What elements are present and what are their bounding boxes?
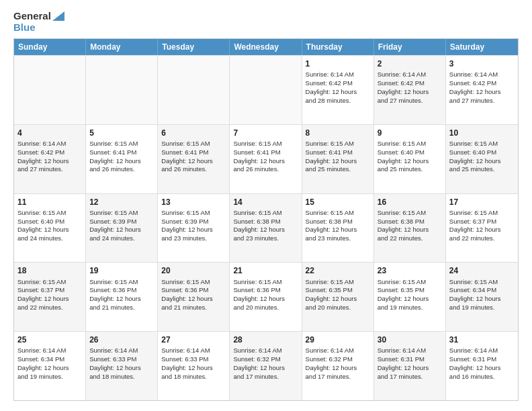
day-info: Sunrise: 6:15 AM Sunset: 6:40 PM Dayligh… xyxy=(17,209,69,242)
cal-cell-17: 17Sunrise: 6:15 AM Sunset: 6:37 PM Dayli… xyxy=(446,194,518,263)
day-of-week-wednesday: Wednesday xyxy=(230,39,302,55)
day-number: 7 xyxy=(233,128,298,138)
day-number: 29 xyxy=(306,334,370,345)
logo: General Blue xyxy=(13,11,64,33)
day-info: Sunrise: 6:15 AM Sunset: 6:40 PM Dayligh… xyxy=(449,140,501,173)
cal-cell-29: 29Sunrise: 6:14 AM Sunset: 6:32 PM Dayli… xyxy=(302,332,374,400)
day-info: Sunrise: 6:15 AM Sunset: 6:41 PM Dayligh… xyxy=(233,140,285,173)
day-number: 18 xyxy=(17,265,82,276)
day-number: 2 xyxy=(378,58,442,69)
cal-cell-10: 10Sunrise: 6:15 AM Sunset: 6:40 PM Dayli… xyxy=(446,125,518,193)
week-row-3: 18Sunrise: 6:15 AM Sunset: 6:37 PM Dayli… xyxy=(14,262,518,331)
day-info: Sunrise: 6:15 AM Sunset: 6:39 PM Dayligh… xyxy=(161,209,213,242)
day-info: Sunrise: 6:15 AM Sunset: 6:39 PM Dayligh… xyxy=(89,209,141,242)
cal-cell-empty-0-2 xyxy=(158,56,230,124)
day-info: Sunrise: 6:15 AM Sunset: 6:35 PM Dayligh… xyxy=(378,278,429,311)
cal-cell-empty-0-0 xyxy=(14,56,86,124)
cal-cell-2: 2Sunrise: 6:14 AM Sunset: 6:42 PM Daylig… xyxy=(374,56,446,124)
day-number: 28 xyxy=(233,334,298,345)
day-number: 20 xyxy=(161,265,226,276)
cal-cell-12: 12Sunrise: 6:15 AM Sunset: 6:39 PM Dayli… xyxy=(86,194,158,263)
day-info: Sunrise: 6:15 AM Sunset: 6:38 PM Dayligh… xyxy=(233,209,285,242)
cal-cell-22: 22Sunrise: 6:15 AM Sunset: 6:35 PM Dayli… xyxy=(302,263,374,331)
logo-text: General Blue xyxy=(13,11,64,33)
day-of-week-saturday: Saturday xyxy=(446,39,518,55)
cal-cell-3: 3Sunrise: 6:14 AM Sunset: 6:42 PM Daylig… xyxy=(446,56,518,124)
logo-triangle-icon xyxy=(52,11,64,21)
cal-cell-27: 27Sunrise: 6:14 AM Sunset: 6:33 PM Dayli… xyxy=(158,332,230,400)
cal-cell-9: 9Sunrise: 6:15 AM Sunset: 6:40 PM Daylig… xyxy=(374,125,446,193)
day-number: 19 xyxy=(89,265,154,276)
day-info: Sunrise: 6:15 AM Sunset: 6:36 PM Dayligh… xyxy=(89,278,141,311)
day-of-week-monday: Monday xyxy=(86,39,158,55)
day-number: 13 xyxy=(161,197,226,208)
day-of-week-tuesday: Tuesday xyxy=(158,39,230,55)
week-row-1: 4Sunrise: 6:14 AM Sunset: 6:42 PM Daylig… xyxy=(14,124,518,193)
day-info: Sunrise: 6:15 AM Sunset: 6:36 PM Dayligh… xyxy=(161,278,213,311)
cal-cell-28: 28Sunrise: 6:14 AM Sunset: 6:32 PM Dayli… xyxy=(230,332,302,400)
logo-general: General xyxy=(13,11,51,22)
day-number: 1 xyxy=(306,58,370,69)
page: General Blue SundayMondayTuesdayWednesda… xyxy=(0,0,532,411)
day-info: Sunrise: 6:14 AM Sunset: 6:42 PM Dayligh… xyxy=(449,71,501,103)
day-number: 15 xyxy=(306,197,370,208)
cal-cell-21: 21Sunrise: 6:15 AM Sunset: 6:36 PM Dayli… xyxy=(230,263,302,331)
week-row-4: 25Sunrise: 6:14 AM Sunset: 6:34 PM Dayli… xyxy=(14,331,518,400)
day-number: 25 xyxy=(17,334,82,345)
day-number: 9 xyxy=(378,128,442,138)
day-number: 12 xyxy=(89,197,154,208)
day-info: Sunrise: 6:15 AM Sunset: 6:38 PM Dayligh… xyxy=(306,209,357,242)
cal-cell-20: 20Sunrise: 6:15 AM Sunset: 6:36 PM Dayli… xyxy=(158,263,230,331)
day-number: 5 xyxy=(89,128,154,138)
logo-blue: Blue xyxy=(13,22,36,34)
day-number: 24 xyxy=(449,265,515,276)
cal-cell-11: 11Sunrise: 6:15 AM Sunset: 6:40 PM Dayli… xyxy=(14,194,86,263)
cal-cell-6: 6Sunrise: 6:15 AM Sunset: 6:41 PM Daylig… xyxy=(158,125,230,193)
day-number: 14 xyxy=(233,197,298,208)
day-info: Sunrise: 6:15 AM Sunset: 6:38 PM Dayligh… xyxy=(378,209,429,242)
day-info: Sunrise: 6:14 AM Sunset: 6:33 PM Dayligh… xyxy=(161,347,213,379)
day-number: 16 xyxy=(378,197,442,208)
week-row-2: 11Sunrise: 6:15 AM Sunset: 6:40 PM Dayli… xyxy=(14,193,518,263)
day-info: Sunrise: 6:15 AM Sunset: 6:41 PM Dayligh… xyxy=(89,140,141,173)
day-info: Sunrise: 6:15 AM Sunset: 6:37 PM Dayligh… xyxy=(17,278,69,311)
cal-cell-8: 8Sunrise: 6:15 AM Sunset: 6:41 PM Daylig… xyxy=(302,125,374,193)
cal-cell-14: 14Sunrise: 6:15 AM Sunset: 6:38 PM Dayli… xyxy=(230,194,302,263)
cal-cell-31: 31Sunrise: 6:14 AM Sunset: 6:31 PM Dayli… xyxy=(446,332,518,400)
cal-cell-18: 18Sunrise: 6:15 AM Sunset: 6:37 PM Dayli… xyxy=(14,263,86,331)
day-of-week-sunday: Sunday xyxy=(14,39,86,55)
day-info: Sunrise: 6:15 AM Sunset: 6:41 PM Dayligh… xyxy=(306,140,357,173)
day-of-week-thursday: Thursday xyxy=(302,39,374,55)
header: General Blue xyxy=(13,11,519,33)
cal-cell-1: 1Sunrise: 6:14 AM Sunset: 6:42 PM Daylig… xyxy=(302,56,374,124)
day-number: 17 xyxy=(449,197,515,208)
day-info: Sunrise: 6:14 AM Sunset: 6:31 PM Dayligh… xyxy=(449,347,501,379)
cal-cell-13: 13Sunrise: 6:15 AM Sunset: 6:39 PM Dayli… xyxy=(158,194,230,263)
day-of-week-friday: Friday xyxy=(374,39,446,55)
cal-cell-25: 25Sunrise: 6:14 AM Sunset: 6:34 PM Dayli… xyxy=(14,332,86,400)
day-number: 30 xyxy=(378,334,442,345)
day-info: Sunrise: 6:15 AM Sunset: 6:34 PM Dayligh… xyxy=(449,278,501,311)
day-number: 6 xyxy=(161,128,226,138)
cal-cell-7: 7Sunrise: 6:15 AM Sunset: 6:41 PM Daylig… xyxy=(230,125,302,193)
cal-cell-15: 15Sunrise: 6:15 AM Sunset: 6:38 PM Dayli… xyxy=(302,194,374,263)
day-info: Sunrise: 6:14 AM Sunset: 6:32 PM Dayligh… xyxy=(306,347,357,379)
cal-cell-30: 30Sunrise: 6:14 AM Sunset: 6:31 PM Dayli… xyxy=(374,332,446,400)
cal-cell-empty-0-1 xyxy=(86,56,158,124)
day-info: Sunrise: 6:14 AM Sunset: 6:33 PM Dayligh… xyxy=(89,347,141,379)
day-number: 22 xyxy=(306,265,370,276)
day-info: Sunrise: 6:14 AM Sunset: 6:42 PM Dayligh… xyxy=(378,71,429,103)
cal-cell-24: 24Sunrise: 6:15 AM Sunset: 6:34 PM Dayli… xyxy=(446,263,518,331)
cal-cell-23: 23Sunrise: 6:15 AM Sunset: 6:35 PM Dayli… xyxy=(374,263,446,331)
cal-cell-5: 5Sunrise: 6:15 AM Sunset: 6:41 PM Daylig… xyxy=(86,125,158,193)
cal-cell-empty-0-3 xyxy=(230,56,302,124)
cal-cell-19: 19Sunrise: 6:15 AM Sunset: 6:36 PM Dayli… xyxy=(86,263,158,331)
day-number: 3 xyxy=(449,58,515,69)
cal-cell-16: 16Sunrise: 6:15 AM Sunset: 6:38 PM Dayli… xyxy=(374,194,446,263)
day-info: Sunrise: 6:14 AM Sunset: 6:34 PM Dayligh… xyxy=(17,347,69,379)
day-number: 27 xyxy=(161,334,226,345)
day-number: 10 xyxy=(449,128,515,138)
day-info: Sunrise: 6:14 AM Sunset: 6:32 PM Dayligh… xyxy=(233,347,285,379)
day-number: 11 xyxy=(17,197,82,208)
day-number: 26 xyxy=(89,334,154,345)
